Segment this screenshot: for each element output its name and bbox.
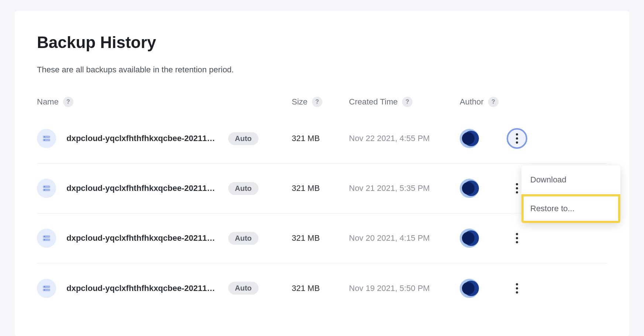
backup-author xyxy=(460,129,502,148)
backup-name: dxpcloud-yqclxfhthfhkxqcbee-202111… xyxy=(66,233,218,243)
svg-point-2 xyxy=(44,136,45,137)
help-icon[interactable]: ? xyxy=(402,97,412,107)
backup-size: 321 MB xyxy=(292,233,349,243)
svg-point-14 xyxy=(44,286,45,287)
svg-point-6 xyxy=(44,186,45,187)
backup-icon xyxy=(37,129,56,148)
svg-point-7 xyxy=(44,189,45,191)
svg-rect-8 xyxy=(43,235,50,238)
backup-created: Nov 21 2021, 5:35 PM xyxy=(349,184,460,193)
auto-badge: Auto xyxy=(228,232,258,245)
avatar xyxy=(460,229,479,248)
help-icon[interactable]: ? xyxy=(312,97,322,107)
backup-created: Nov 19 2021, 5:50 PM xyxy=(349,284,460,293)
backup-icon xyxy=(37,279,56,298)
svg-rect-12 xyxy=(43,285,50,288)
row-actions-button[interactable] xyxy=(507,228,527,248)
svg-rect-4 xyxy=(43,185,50,188)
col-created-label: Created Time xyxy=(349,97,398,107)
svg-rect-9 xyxy=(43,239,50,241)
svg-point-11 xyxy=(44,239,45,240)
dropdown-download[interactable]: Download xyxy=(521,165,620,194)
svg-rect-1 xyxy=(43,139,50,141)
col-size-label: Size xyxy=(292,97,308,107)
help-icon[interactable]: ? xyxy=(63,97,73,107)
auto-badge: Auto xyxy=(228,282,258,295)
svg-point-10 xyxy=(44,236,45,237)
backup-size: 321 MB xyxy=(292,284,349,293)
page-subtitle: These are all backups available in the r… xyxy=(37,65,607,75)
backup-created: Nov 22 2021, 4:55 PM xyxy=(349,134,460,143)
row-actions-button[interactable] xyxy=(507,278,527,299)
backup-name: dxpcloud-yqclxfhthfhkxqcbee-202111… xyxy=(66,134,218,143)
svg-rect-13 xyxy=(43,289,50,291)
auto-badge: Auto xyxy=(228,132,258,145)
row-actions-button[interactable] xyxy=(507,128,527,149)
table-row: dxpcloud-yqclxfhthfhkxqcbee-202111…Auto3… xyxy=(37,114,607,164)
svg-point-15 xyxy=(44,289,45,291)
svg-rect-0 xyxy=(43,136,50,138)
row-actions-dropdown: Download Restore to... xyxy=(521,165,620,223)
backup-icon xyxy=(37,229,56,248)
svg-point-3 xyxy=(44,140,45,141)
svg-rect-5 xyxy=(43,189,50,191)
backup-size: 321 MB xyxy=(292,134,349,143)
backup-author xyxy=(460,179,502,198)
backup-author xyxy=(460,279,502,298)
backup-size: 321 MB xyxy=(292,184,349,193)
col-author-label: Author xyxy=(460,97,484,107)
backup-author xyxy=(460,229,502,248)
auto-badge: Auto xyxy=(228,182,258,195)
backup-name: dxpcloud-yqclxfhthfhkxqcbee-202111… xyxy=(66,184,218,193)
table-header: Name ? Size ? Created Time ? Author ? xyxy=(37,97,607,114)
avatar xyxy=(460,279,479,298)
backup-name: dxpcloud-yqclxfhthfhkxqcbee-202111… xyxy=(66,284,218,293)
page-title: Backup History xyxy=(37,33,607,52)
dropdown-restore[interactable]: Restore to... xyxy=(521,194,620,223)
backup-history-card: Backup History These are all backups ava… xyxy=(15,11,629,336)
table-row: dxpcloud-yqclxfhthfhkxqcbee-202111…Auto3… xyxy=(37,263,607,313)
avatar xyxy=(460,179,479,198)
col-name-label: Name xyxy=(37,97,59,107)
help-icon[interactable]: ? xyxy=(488,97,499,107)
backup-icon xyxy=(37,179,56,198)
avatar xyxy=(460,129,479,148)
backup-created: Nov 20 2021, 4:15 PM xyxy=(349,233,460,243)
